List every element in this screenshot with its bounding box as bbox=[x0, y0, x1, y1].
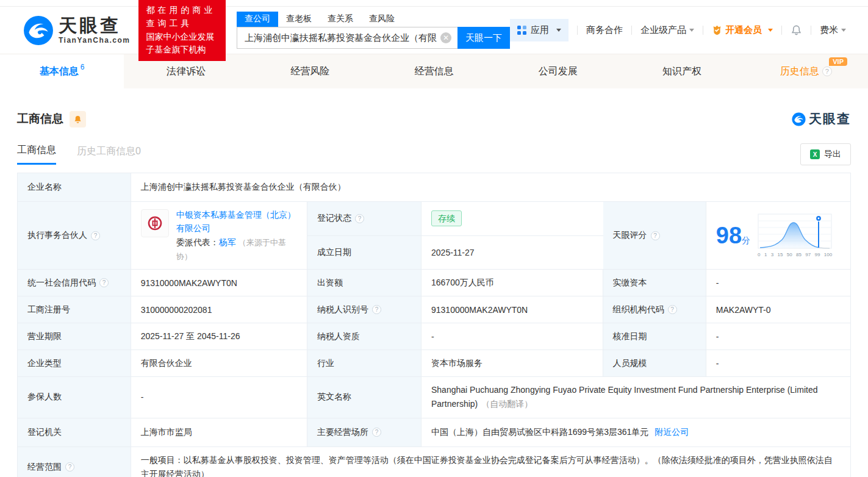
nav-vip-label: 开通会员 bbox=[725, 24, 762, 36]
question-icon[interactable] bbox=[372, 305, 381, 314]
nearby-companies-link[interactable]: 附近公司 bbox=[655, 427, 689, 438]
nav-apps-label: 应用 bbox=[531, 24, 549, 36]
table-row: 执行事务合伙人 中银资本私募基金管理（北京）有限公司 委派代表：杨军 bbox=[18, 202, 850, 270]
vip-badge: VIP bbox=[829, 57, 847, 66]
nav-open-vip[interactable]: 开通会员 bbox=[712, 24, 773, 36]
tab-operating-info[interactable]: 经营信息 bbox=[372, 54, 496, 88]
field-value-registration-authority: 上海市市监局 bbox=[131, 418, 307, 447]
tab-history-info[interactable]: VIP 历史信息 bbox=[744, 54, 868, 88]
tianyancha-swirl-icon bbox=[23, 15, 54, 46]
tab-operating-risk[interactable]: 经营风险 bbox=[248, 54, 372, 88]
site-logo[interactable]: 天眼查 TianYanCha.com bbox=[23, 15, 130, 46]
question-icon[interactable] bbox=[372, 428, 381, 437]
main-content: 工商信息 天眼查 工商信息 历史工商信息0 X 导出 企业名称 上海浦创中瀛扶摇 bbox=[0, 88, 868, 477]
score-distribution-chart: 0 1 3 15 50 85 97 99 100 bbox=[758, 213, 832, 257]
header: 天眼查 TianYanCha.com 都在用的商业查询工具 国家中小企业发展子基… bbox=[0, 7, 868, 54]
table-row: 经营范围 一般项目：以私募基金从事股权投资、投资管理、资产管理等活动（须在中国证… bbox=[18, 447, 850, 477]
scope-text: 一般项目：以私募基金从事股权投资、投资管理、资产管理等活动（须在中国证券投资基金… bbox=[141, 453, 841, 477]
search-tab-risk[interactable]: 查风险 bbox=[361, 12, 403, 27]
field-value-taxpayer-id: 91310000MAK2AWYT0N bbox=[421, 296, 603, 323]
field-value-tyc-score: 98分 bbox=[706, 202, 850, 270]
table-row: 统一社会信用代码 91310000MAK2AWYT0N 出资额 166700万人… bbox=[18, 270, 850, 296]
field-value-paid-capital: - bbox=[706, 270, 850, 296]
field-value-company-name: 上海浦创中瀛扶摇私募投资基金合伙企业（有限合伙） bbox=[131, 173, 850, 202]
clear-icon[interactable]: ✕ bbox=[440, 32, 451, 43]
status-date-column: 登记状态 存续 成立日期 2025-11-27 bbox=[307, 202, 603, 270]
tick-label: 85 bbox=[796, 252, 802, 257]
nav-cooperation[interactable]: 商务合作 bbox=[586, 24, 623, 36]
field-value-english-name: Shanghai Puchuang Zhongying Fuyao Privat… bbox=[421, 377, 850, 418]
tab-legal[interactable]: 法律诉讼 bbox=[124, 54, 248, 88]
subscribe-bell-button[interactable] bbox=[70, 111, 86, 127]
label-text: 经营范围 bbox=[27, 462, 62, 473]
bell-icon bbox=[73, 115, 82, 124]
auto-translate-note: （自动翻译） bbox=[481, 399, 533, 409]
search-tab-boss[interactable]: 查老板 bbox=[278, 12, 320, 27]
field-label-registration-number: 工商注册号 bbox=[18, 296, 131, 323]
divider bbox=[703, 26, 703, 35]
tab-company-development[interactable]: 公司发展 bbox=[496, 54, 620, 88]
bell-icon bbox=[791, 24, 802, 36]
help-icon[interactable] bbox=[822, 66, 832, 76]
question-icon[interactable] bbox=[65, 462, 74, 472]
brand-name: 天眼查 bbox=[59, 16, 130, 35]
field-label-registration-authority: 登记机关 bbox=[18, 418, 131, 447]
subtab-business-info[interactable]: 工商信息 bbox=[17, 144, 56, 165]
tick-label: 100 bbox=[824, 252, 832, 257]
table-row: 营业期限 2025-11-27 至 2045-11-26 纳税人资质 - 核准日… bbox=[18, 323, 850, 350]
chevron-down-icon bbox=[841, 29, 846, 32]
field-label-approval-date: 核准日期 bbox=[603, 323, 706, 350]
delegate-label: 委派代表： bbox=[176, 237, 219, 247]
field-value-business-scope: 一般项目：以私募基金从事股权投资、投资管理、资产管理等活动（须在中国证券投资基金… bbox=[131, 447, 850, 477]
chevron-down-icon bbox=[556, 29, 561, 32]
partner-company-logo[interactable] bbox=[141, 209, 169, 237]
question-icon[interactable] bbox=[99, 278, 109, 287]
search-tab-company[interactable]: 查公司 bbox=[237, 12, 278, 27]
tab-count-badge: 6 bbox=[81, 63, 85, 71]
search-tabs: 查公司 查老板 查关系 查风险 bbox=[237, 12, 510, 27]
field-label-taxpayer-qualification: 纳税人资质 bbox=[307, 323, 421, 350]
delegate-link[interactable]: 杨军 bbox=[219, 237, 236, 247]
label-text: 组织机构代码 bbox=[613, 304, 664, 315]
subtab-history-business-info[interactable]: 历史工商信息0 bbox=[77, 145, 141, 164]
divider bbox=[811, 26, 811, 35]
question-icon[interactable] bbox=[355, 214, 364, 223]
field-value-company-type: 有限合伙企业 bbox=[131, 350, 307, 377]
tick-label: 97 bbox=[805, 252, 811, 257]
field-label-tyc-score: 天眼评分 bbox=[603, 202, 706, 270]
brand-domain: TianYanCha.com bbox=[59, 37, 130, 45]
table-row: 企业类型 有限合伙企业 行业 资本市场服务 人员规模 - bbox=[18, 350, 850, 377]
status-badge: 存续 bbox=[431, 210, 462, 226]
nav-user[interactable]: 费米 bbox=[820, 24, 846, 36]
field-value-staff-size: - bbox=[706, 350, 850, 377]
export-button[interactable]: X 导出 bbox=[800, 143, 851, 165]
question-icon[interactable] bbox=[651, 231, 660, 240]
chart-x-ticks: 0 1 3 15 50 85 97 99 100 bbox=[758, 252, 832, 257]
question-icon[interactable] bbox=[668, 305, 677, 314]
search-button[interactable]: 天眼一下 bbox=[457, 27, 510, 49]
tab-intellectual-property[interactable]: 知识产权 bbox=[620, 54, 744, 88]
page-tab-bar: 基本信息 6 法律诉讼 经营风险 经营信息 公司发展 知识产权 VIP 历史信息 bbox=[0, 54, 868, 88]
search-input[interactable] bbox=[237, 27, 457, 49]
search-tab-relation[interactable]: 查关系 bbox=[320, 12, 361, 27]
nav-enterprise[interactable]: 企业级产品 bbox=[640, 24, 694, 36]
table-row: 登记机关 上海市市监局 主要经营场所 中国（上海）自由贸易试验区中科路1699号… bbox=[18, 418, 850, 447]
label-text: 登记状态 bbox=[317, 213, 351, 224]
nav-apps[interactable]: 应用 bbox=[510, 19, 569, 41]
promo-line2: 国家中小企业发展子基金旗下机构 bbox=[146, 30, 218, 57]
table-row: 参保人数 - 英文名称 Shanghai Puchuang Zhongying … bbox=[18, 377, 850, 418]
label-text: 执行事务合伙人 bbox=[27, 230, 87, 241]
field-value-business-term: 2025-11-27 至 2045-11-26 bbox=[131, 323, 307, 350]
notifications-button[interactable] bbox=[791, 24, 802, 36]
field-value-business-address: 中国（上海）自由贸易试验区中科路1699号第3层361单元 附近公司 bbox=[421, 418, 850, 447]
field-value-executive-partner: 中银资本私募基金管理（北京）有限公司 委派代表：杨军（来源于中基协） bbox=[131, 202, 307, 270]
tab-basic-info[interactable]: 基本信息 6 bbox=[0, 54, 124, 88]
question-icon[interactable] bbox=[91, 231, 100, 240]
field-value-industry: 资本市场服务 bbox=[421, 350, 603, 377]
search-area: 查公司 查老板 查关系 查风险 ✕ 天眼一下 bbox=[237, 12, 510, 49]
table-row: 工商注册号 310000000202081 纳税人识别号 91310000MAK… bbox=[18, 296, 850, 323]
field-label-english-name: 英文名称 bbox=[307, 377, 421, 418]
address-text: 中国（上海）自由贸易试验区中科路1699号第3层361单元 bbox=[431, 427, 648, 438]
field-label-org-code: 组织机构代码 bbox=[603, 296, 706, 323]
partner-company-link[interactable]: 中银资本私募基金管理（北京）有限公司 bbox=[176, 210, 296, 233]
